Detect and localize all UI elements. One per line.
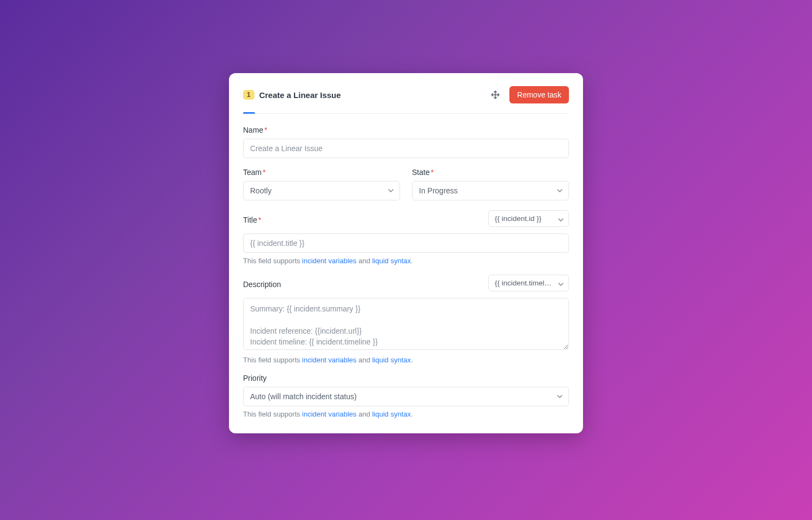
description-label: Description [243,280,281,289]
incident-variables-link[interactable]: incident variables [302,356,356,364]
title-hint: This field supports incident variables a… [243,257,569,265]
description-variable-dropdown[interactable]: {{ incident.timelin… [488,275,569,291]
field-name: Name* [243,126,569,158]
liquid-syntax-link[interactable]: liquid syntax [372,410,411,418]
title-input[interactable] [243,233,569,253]
move-icon[interactable] [491,90,500,99]
incident-variables-link[interactable]: incident variables [302,257,356,265]
active-tab-indicator [243,112,255,114]
field-state: State* In Progress [412,168,569,200]
field-team: Team* Rootly [243,168,400,200]
card-header: 1 Create a Linear Issue Remove task [243,86,569,114]
header-left: 1 Create a Linear Issue [243,90,341,100]
priority-label: Priority [243,374,569,382]
description-hint: This field supports incident variables a… [243,356,569,364]
task-card: 1 Create a Linear Issue Remove task Name… [229,73,583,433]
step-number-badge: 1 [243,90,254,100]
state-select[interactable]: In Progress [412,181,569,200]
title-variable-dropdown[interactable]: {{ incident.id }} [488,210,569,227]
description-textarea[interactable]: Summary: {{ incident.summary }} Incident… [243,298,569,350]
field-description: Description {{ incident.timelin… Summary… [243,275,569,364]
priority-select[interactable]: Auto (will match incident status) [243,387,569,406]
name-label: Name* [243,126,569,134]
incident-variables-link[interactable]: incident variables [302,410,356,418]
title-label: Title* [243,216,261,224]
priority-hint: This field supports incident variables a… [243,410,569,418]
liquid-syntax-link[interactable]: liquid syntax [372,257,411,265]
remove-task-button[interactable]: Remove task [509,86,569,103]
task-form: Name* Team* Rootly State* In Progress [243,114,569,418]
name-input[interactable] [243,139,569,158]
team-label: Team* [243,168,400,177]
card-title: Create a Linear Issue [259,90,341,100]
field-title: Title* {{ incident.id }} This field supp… [243,210,569,265]
field-priority: Priority Auto (will match incident statu… [243,374,569,418]
team-select[interactable]: Rootly [243,181,400,200]
state-label: State* [412,168,569,177]
header-right: Remove task [491,86,569,103]
liquid-syntax-link[interactable]: liquid syntax [372,356,411,364]
